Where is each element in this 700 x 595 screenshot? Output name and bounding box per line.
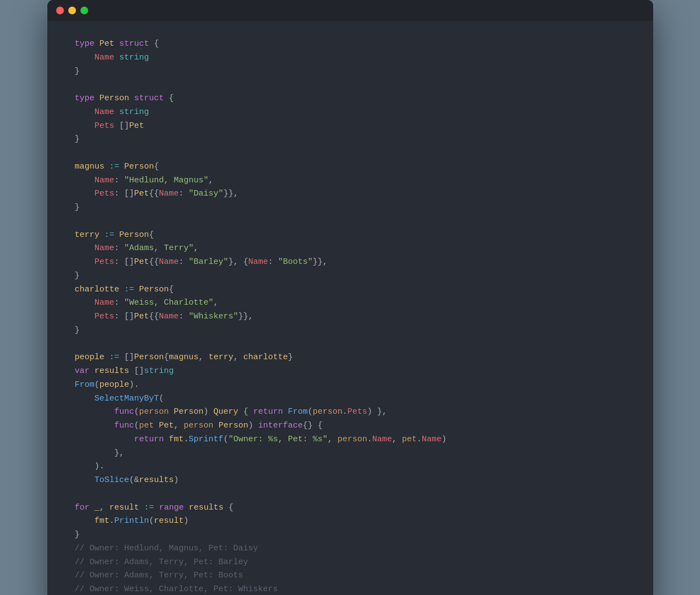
- code-line: }: [75, 201, 626, 215]
- code-line: Pets: []Pet{{Name: "Daisy"}},: [75, 187, 626, 201]
- code-line: // Owner: Hedlund, Magnus, Pet: Daisy: [75, 542, 626, 556]
- code-line: }: [75, 269, 626, 283]
- code-line: [75, 147, 626, 160]
- code-line: return fmt.Sprintf("Owner: %s, Pet: %s",…: [75, 433, 626, 447]
- maximize-button[interactable]: [80, 7, 88, 14]
- code-line: func(person Person) Query { return From(…: [75, 405, 626, 419]
- code-line: [75, 78, 626, 92]
- code-line: ).: [75, 460, 626, 474]
- code-line: Name: "Weiss, Charlotte",: [75, 296, 626, 310]
- code-line: }: [75, 65, 626, 79]
- code-line: [75, 215, 626, 229]
- minimize-button[interactable]: [68, 7, 76, 14]
- code-line: // Owner: Weiss, Charlotte, Pet: Whisker…: [75, 583, 626, 595]
- code-line: Pets []Pet: [75, 120, 626, 133]
- close-button[interactable]: [56, 7, 64, 14]
- code-line: charlotte := Person{: [75, 283, 626, 297]
- code-editor: type Pet struct { Name string } type Per…: [47, 21, 653, 595]
- code-line: // Owner: Adams, Terry, Pet: Boots: [75, 569, 626, 583]
- code-line: type Pet struct {: [75, 37, 626, 51]
- code-window: type Pet struct { Name string } type Per…: [47, 0, 653, 595]
- code-line: [75, 338, 626, 351]
- code-line: Name: "Hedlund, Magnus",: [75, 174, 626, 188]
- code-line: type Person struct {: [75, 92, 626, 106]
- code-line: Name: "Adams, Terry",: [75, 242, 626, 256]
- code-line: Name string: [75, 106, 626, 120]
- code-line: terry := Person{: [75, 229, 626, 242]
- code-line: fmt.Println(result): [75, 515, 626, 528]
- code-line: }: [75, 133, 626, 147]
- code-line: var results []string: [75, 365, 626, 378]
- code-line: magnus := Person{: [75, 160, 626, 174]
- code-line: func(pet Pet, person Person) interface{}…: [75, 419, 626, 433]
- code-line: people := []Person{magnus, terry, charlo…: [75, 351, 626, 365]
- code-line: Pets: []Pet{{Name: "Barley"}, {Name: "Bo…: [75, 256, 626, 269]
- code-line: // Owner: Adams, Terry, Pet: Barley: [75, 556, 626, 570]
- titlebar: [47, 0, 653, 21]
- code-line: Name string: [75, 51, 626, 65]
- code-line: for _, result := range results {: [75, 501, 626, 515]
- code-line: [75, 488, 626, 501]
- code-line: SelectManyByT(: [75, 392, 626, 406]
- code-line: From(people).: [75, 378, 626, 392]
- code-line: }: [75, 324, 626, 338]
- code-line: },: [75, 447, 626, 461]
- code-line: ToSlice(&results): [75, 474, 626, 488]
- code-line: }: [75, 528, 626, 542]
- code-line: Pets: []Pet{{Name: "Whiskers"}},: [75, 310, 626, 324]
